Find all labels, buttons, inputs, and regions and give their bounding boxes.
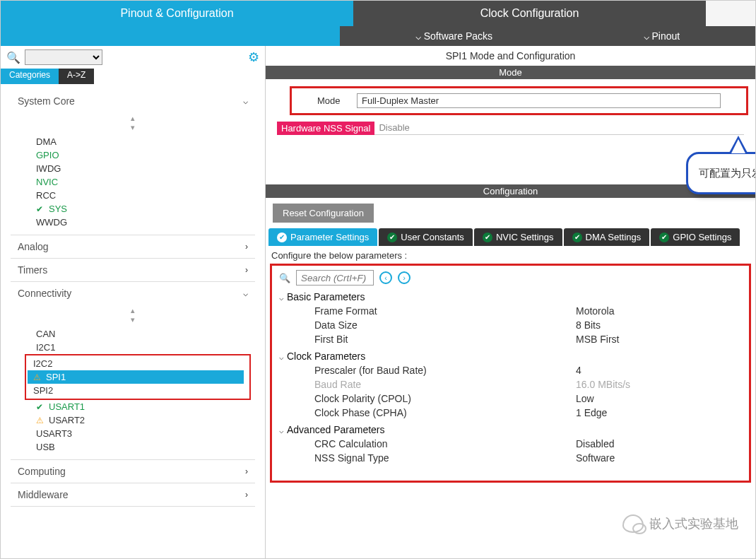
nss-label: Hardware NSS Signal [277, 122, 374, 135]
param-value: Disabled [576, 438, 614, 449]
param-name: Data Size [314, 319, 576, 331]
sort-arrows-icon[interactable]: ▴▾ [11, 112, 255, 134]
category-analog[interactable]: Analog › [11, 235, 255, 258]
pinout-menu[interactable]: ⌵ Pinout [644, 30, 680, 42]
item-label: USART2 [49, 415, 85, 425]
item-nvic[interactable]: NVIC [30, 175, 255, 189]
item-usart3[interactable]: USART3 [30, 427, 255, 440]
callout-annotation: 可配置为只发送模式 [686, 152, 755, 194]
tab-gpio-settings[interactable]: ✔GPIO Settings [651, 228, 740, 246]
param-name: Frame Format [314, 305, 576, 317]
item-i2c2[interactable]: I2C2 [28, 357, 248, 370]
param-row[interactable]: Baud Rate16.0 MBits/s [279, 377, 742, 392]
params-intro: Configure the below parameters : [270, 249, 751, 264]
search-select[interactable] [25, 49, 102, 65]
item-spi2[interactable]: SPI2 [28, 384, 248, 397]
param-row[interactable]: Clock Polarity (CPOL)Low [279, 392, 742, 406]
item-usart2[interactable]: ⚠USART2 [30, 413, 255, 427]
callout-text: 可配置为只发送模式 [699, 167, 756, 180]
param-search-input[interactable] [296, 270, 374, 286]
search-icon[interactable]: 🔍 [6, 51, 20, 64]
check-icon: ✔ [659, 233, 669, 242]
category-label: Connectivity [18, 288, 71, 299]
param-name: Clock Phase (CPHA) [314, 407, 576, 418]
item-can[interactable]: CAN [30, 327, 255, 341]
panel-title: SPI1 Mode and Configuration [266, 46, 755, 66]
wechat-icon [622, 514, 644, 533]
param-name: CRC Calculation [314, 438, 576, 449]
param-row[interactable]: First BitMSB First [279, 332, 742, 346]
item-wwdg[interactable]: WWDG [30, 216, 255, 229]
item-label: CAN [36, 329, 55, 339]
warning-icon: ⚠ [36, 416, 46, 425]
category-timers[interactable]: Timers › [11, 259, 255, 281]
tab-dma-settings[interactable]: ✔DMA Settings [564, 228, 650, 246]
sidebar-tab-categories[interactable]: Categories [1, 69, 59, 84]
sidebar-tab-az[interactable]: A->Z [59, 69, 94, 84]
chevron-down-icon: ⌵ [243, 96, 248, 106]
item-dma[interactable]: DMA [30, 135, 255, 148]
gear-icon[interactable]: ⚙ [248, 49, 259, 65]
item-label: IWDG [36, 163, 61, 174]
software-packs-label: Software Packs [424, 30, 492, 42]
software-packs-menu[interactable]: ⌵ Software Packs [415, 30, 492, 42]
item-i2c1[interactable]: I2C1 [30, 341, 255, 354]
connectivity-highlight-box: I2C2 ⚠SPI1 SPI2 [25, 354, 251, 400]
tab-label: Parameter Settings [290, 232, 369, 242]
sort-arrows-icon[interactable]: ▴▾ [11, 305, 255, 326]
nss-select[interactable]: Disable [374, 121, 744, 135]
item-iwdg[interactable]: IWDG [30, 162, 255, 175]
param-name: NSS Signal Type [314, 452, 576, 464]
config-section-header: Configuration [266, 184, 755, 198]
mode-label: Mode [317, 95, 357, 106]
param-row[interactable]: Data Size8 Bits [279, 318, 742, 332]
param-value: Motorola [576, 305, 614, 317]
param-group-title[interactable]: Clock Parameters [279, 349, 742, 363]
reset-config-button[interactable]: Reset Configuration [273, 204, 374, 223]
check-icon: ✔ [36, 402, 46, 412]
item-rcc[interactable]: RCC [30, 189, 255, 202]
item-gpio[interactable]: GPIO [30, 148, 255, 162]
search-icon[interactable]: 🔍 [279, 273, 290, 283]
param-row[interactable]: CRC CalculationDisabled [279, 437, 742, 451]
chevron-right-icon: › [245, 265, 248, 275]
param-row[interactable]: Frame FormatMotorola [279, 304, 742, 318]
tab-label: User Constants [401, 232, 464, 242]
mode-section: Mode Full-Duplex Master Hardware NSS Sig… [266, 79, 755, 142]
pinout-menu-label: Pinout [652, 30, 680, 42]
item-label: USART1 [49, 401, 85, 412]
item-usb[interactable]: USB [30, 440, 255, 454]
category-middleware[interactable]: Middleware › [11, 483, 255, 506]
check-icon: ✔ [36, 204, 46, 214]
param-row[interactable]: Prescaler (for Baud Rate)4 [279, 363, 742, 377]
tab-parameter-settings[interactable]: ✔Parameter Settings [268, 228, 377, 246]
tab-nvic-settings[interactable]: ✔NVIC Settings [474, 228, 562, 246]
next-match-button[interactable]: › [398, 271, 411, 284]
tab-pinout-config[interactable]: Pinout & Configuration [1, 1, 353, 26]
item-usart1[interactable]: ✔USART1 [30, 400, 255, 413]
callout-tail-inner [731, 139, 745, 153]
tab-clock-config[interactable]: Clock Configuration [353, 1, 706, 26]
param-group-title[interactable]: Basic Parameters [279, 290, 742, 304]
category-label: Computing [18, 466, 66, 477]
item-sys[interactable]: ✔SYS [30, 202, 255, 216]
param-name: First Bit [314, 334, 576, 345]
param-row[interactable]: Clock Phase (CPHA)1 Edge [279, 406, 742, 420]
check-icon: ✔ [277, 233, 287, 242]
tab-user-constants[interactable]: ✔User Constants [379, 228, 473, 246]
category-computing[interactable]: Computing › [11, 460, 255, 483]
watermark: 嵌入式实验基地 [622, 514, 738, 533]
chevron-down-icon: ⌵ [243, 288, 248, 298]
item-spi1[interactable]: ⚠SPI1 [28, 370, 244, 384]
prev-match-button[interactable]: ‹ [379, 271, 392, 284]
item-label: WWDG [36, 217, 67, 228]
param-name: Clock Polarity (CPOL) [314, 393, 576, 404]
param-group-title[interactable]: Advanced Parameters [279, 423, 742, 437]
tab-spacer [706, 1, 755, 26]
mode-select[interactable]: Full-Duplex Master [357, 93, 721, 108]
category-connectivity[interactable]: Connectivity ⌵ [11, 282, 255, 305]
category-system-core[interactable]: System Core ⌵ [11, 90, 255, 112]
param-row[interactable]: NSS Signal TypeSoftware [279, 451, 742, 465]
param-value: Low [576, 393, 594, 404]
category-label: Middleware [18, 489, 69, 500]
